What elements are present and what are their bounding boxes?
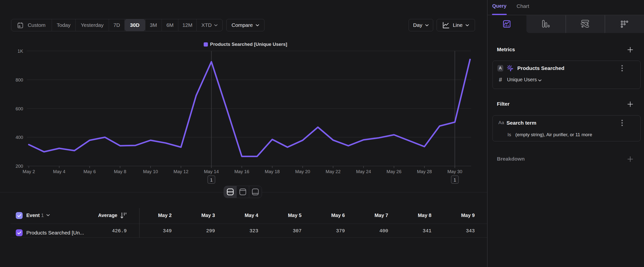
svg-text:600: 600 <box>16 106 23 111</box>
svg-text:May 4: May 4 <box>53 169 66 174</box>
svg-text:200: 200 <box>16 164 23 169</box>
svg-text:1K: 1K <box>18 49 23 54</box>
svg-text:May 22: May 22 <box>326 169 341 174</box>
svg-text:May 16: May 16 <box>234 169 250 174</box>
svg-text:May 6: May 6 <box>84 169 96 174</box>
svg-text:May 20: May 20 <box>295 169 310 174</box>
svg-text:May 8: May 8 <box>114 169 126 174</box>
svg-text:May 18: May 18 <box>265 169 280 174</box>
svg-text:1: 1 <box>210 178 212 182</box>
svg-text:May 24: May 24 <box>356 169 371 174</box>
svg-text:May 10: May 10 <box>143 169 158 174</box>
svg-text:May 30: May 30 <box>448 169 462 174</box>
svg-text:May 26: May 26 <box>386 169 402 174</box>
svg-text:May 14: May 14 <box>204 169 219 174</box>
svg-text:400: 400 <box>16 135 23 140</box>
svg-text:800: 800 <box>16 77 23 83</box>
svg-text:May 28: May 28 <box>417 169 432 174</box>
svg-text:May 12: May 12 <box>174 169 188 174</box>
svg-text:1: 1 <box>454 178 456 182</box>
svg-text:May 2: May 2 <box>23 169 35 174</box>
